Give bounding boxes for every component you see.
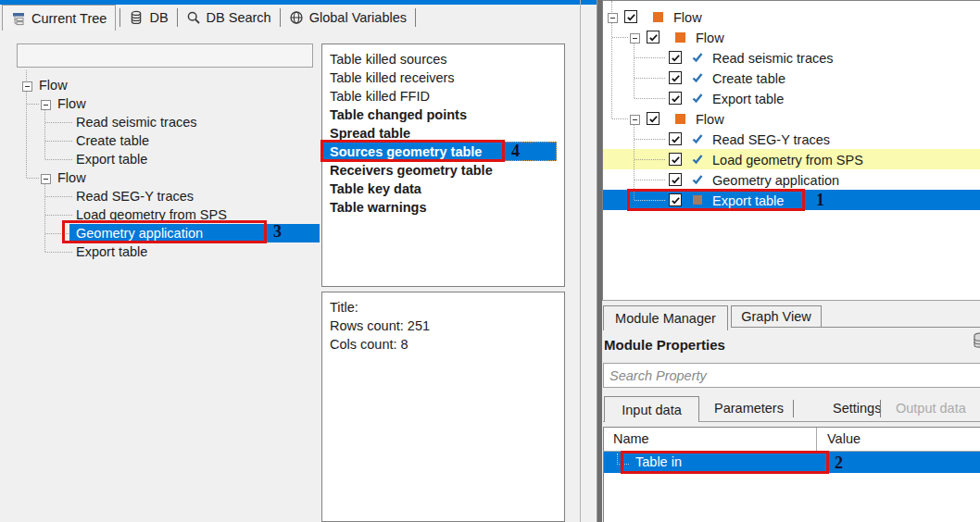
tree-connector (44, 109, 45, 159)
tree-connector (634, 78, 665, 79)
tree-item-create-table[interactable]: Create table (712, 68, 785, 89)
tree-item-flow[interactable]: Flow (696, 109, 724, 130)
list-item[interactable]: Table killed sources (330, 50, 447, 68)
checkbox-checked[interactable] (647, 112, 660, 125)
tree-connector (611, 1, 612, 12)
tab-label: Input data (622, 403, 682, 417)
tab-label: Global Variables (309, 10, 407, 25)
globe-icon (289, 10, 304, 25)
tree-item-flow[interactable]: Flow (57, 94, 86, 113)
tab-graph-view[interactable]: Graph View (731, 305, 822, 328)
tree-item-flow[interactable]: Flow (39, 76, 68, 94)
tree-item-flow[interactable]: Flow (696, 28, 724, 48)
tree-item-read-seismic-traces[interactable]: Read seismic traces (76, 113, 197, 131)
tree-connector (45, 215, 72, 216)
tree-connector (44, 183, 45, 252)
tab-label: Module Manager (615, 311, 716, 326)
list-item[interactable]: Receivers geometry table (330, 161, 493, 180)
dock-edge-line (580, 0, 581, 522)
tree-item-export-table[interactable]: Export table (712, 89, 784, 109)
tab-current-tree[interactable]: Current Tree (2, 5, 116, 31)
list-item[interactable]: Table killed receivers (330, 68, 455, 87)
tree-item-load-geometry-from-sps[interactable]: Load geometry from SPS (712, 150, 863, 170)
tree-item-read-segy-traces[interactable]: Read SEG-Y traces (76, 187, 194, 205)
tree-item-read-segy-traces[interactable]: Read SEG-Y traces (712, 130, 830, 150)
annotation-box-4 (320, 140, 505, 162)
tree-connector (634, 57, 665, 58)
list-item[interactable]: Table key data (330, 180, 421, 198)
search-property-input[interactable] (603, 363, 980, 388)
tree-connector (27, 178, 39, 179)
flow-square-icon (675, 114, 685, 124)
module-check-icon (691, 51, 704, 64)
expand-toggle[interactable] (608, 13, 618, 23)
expand-toggle[interactable] (41, 100, 51, 110)
tree-item-export-table[interactable]: Export table (76, 242, 147, 261)
column-header-value: Value (827, 431, 861, 446)
tab-module-manager[interactable]: Module Manager (603, 305, 728, 330)
annotation-box-3 (62, 220, 267, 243)
expand-toggle[interactable] (22, 81, 32, 92)
tree-item-geometry-application[interactable]: Geometry application (712, 170, 839, 191)
checkbox-checked[interactable] (669, 51, 682, 64)
list-item[interactable]: Table killed FFID (330, 87, 430, 106)
tab-parameters[interactable]: Parameters (714, 396, 784, 421)
tree-item-export-table[interactable]: Export table (76, 150, 147, 168)
tab-label: Current Tree (31, 11, 107, 26)
tab-label: DB Search (207, 10, 271, 25)
tree-connector (612, 118, 628, 119)
tree-filter-input[interactable] (17, 44, 313, 68)
tree-connector (26, 70, 27, 81)
module-check-icon (691, 173, 704, 186)
search-icon (186, 10, 201, 25)
annotation-number-1: 1 (816, 191, 824, 209)
tab-db-search[interactable]: DB Search (178, 5, 280, 31)
tree-connector (634, 180, 665, 180)
database-icon (972, 332, 980, 349)
module-check-icon (691, 153, 704, 166)
tab-output-data: Output data (896, 396, 966, 421)
tree-connector (45, 252, 72, 253)
tree-connector (45, 141, 72, 142)
checkbox-checked[interactable] (669, 71, 682, 84)
tab-label: DB (149, 10, 168, 25)
tree-connector (27, 104, 39, 105)
application-window: Current Tree DB DB Search (0, 0, 980, 522)
tree-connector (634, 43, 634, 98)
tree-item-flow[interactable]: Flow (57, 168, 86, 187)
checkbox-checked[interactable] (669, 92, 682, 105)
checkbox-checked[interactable] (624, 10, 637, 23)
properties-grid (603, 427, 980, 522)
annotation-box-1 (627, 189, 805, 211)
checkbox-checked[interactable] (669, 173, 682, 186)
tree-connector (612, 37, 628, 38)
tree-item-flow[interactable]: Flow (673, 7, 702, 28)
expand-toggle[interactable] (630, 115, 640, 125)
tree-item-read-seismic-traces[interactable]: Read seismic traces (712, 48, 834, 68)
tab-db[interactable]: DB (120, 5, 176, 31)
tree-item-create-table[interactable]: Create table (76, 131, 149, 150)
module-check-icon (691, 92, 704, 105)
table-info-panel: Title: Rows count: 251 Cols count: 8 (321, 292, 565, 522)
grid-column-divider (816, 428, 817, 451)
list-item[interactable]: Table warnings (330, 198, 426, 217)
expand-toggle[interactable] (41, 174, 51, 184)
checkbox-checked[interactable] (669, 132, 682, 145)
checkbox-checked[interactable] (647, 31, 660, 44)
database-icon (129, 10, 144, 25)
tree-icon (11, 11, 26, 26)
tab-label: Graph View (741, 309, 811, 324)
module-check-icon (691, 71, 704, 84)
column-header-name: Name (613, 431, 649, 446)
tab-input-data[interactable]: Input data (604, 396, 699, 422)
list-item[interactable]: Table changed points (330, 106, 467, 124)
annotation-box-2 (621, 451, 829, 474)
tab-separator (415, 8, 416, 27)
flow-square-icon (653, 12, 663, 22)
checkbox-checked[interactable] (669, 153, 682, 166)
annotation-number-4: 4 (511, 142, 520, 160)
tab-global-variables[interactable]: Global Variables (281, 5, 415, 31)
tab-settings[interactable]: Settings (833, 396, 881, 421)
tabbar-baseline (822, 327, 980, 328)
expand-toggle[interactable] (630, 33, 640, 44)
